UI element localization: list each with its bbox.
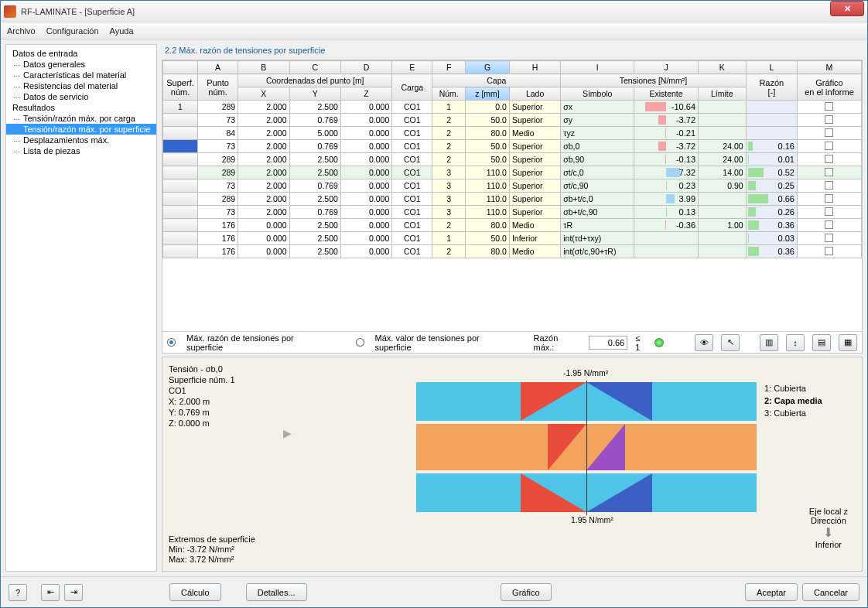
sidebar: Datos de entrada Datos generalesCaracter… [5,44,157,572]
status-led [654,338,664,347]
tree-results[interactable]: Resultados [6,102,156,113]
tri-purple-mid [586,424,625,470]
menu-file[interactable]: Archivo [7,26,36,36]
table-row[interactable]: 732.0000.7690.000CO13110.0Superiorσb+t/c… [163,206,862,219]
report-checkbox[interactable] [825,128,833,137]
next-icon[interactable]: ⇥ [64,584,83,601]
sort-icon[interactable]: ↕ [786,334,805,351]
col-carga: Carga [392,74,432,101]
results-grid[interactable]: ABCDEFGHIJKLM Superf. núm. Punto núm. Co… [162,60,863,354]
report-checkbox[interactable] [825,247,833,255]
table-row[interactable]: 2892.0002.5000.000CO13110.0Superiorσb+t/… [163,193,862,206]
table-row[interactable]: 732.0000.7690.000CO1250.0Superiorσy-3.72 [163,114,862,127]
help-icon[interactable]: ? [9,584,27,601]
table-row[interactable]: 12892.0002.5000.000CO110.0Superiorσx-10.… [163,101,862,114]
table-row[interactable]: 2892.0002.5000.000CO13110.0Superiorσt/c,… [163,166,862,179]
tree-entry-data[interactable]: Datos de entrada [6,48,156,59]
tree-item[interactable]: Tensión/razón máx. por carga [6,113,156,124]
col-superf: Superf. núm. [163,74,198,101]
titlebar: RF-LAMINATE - [Superficie A] ✕ [1,1,867,22]
report-checkbox[interactable] [825,234,833,242]
tree-item[interactable]: Datos generales [6,59,156,70]
window-title: RF-LAMINATE - [Superficie A] [21,7,864,16]
report-checkbox[interactable] [825,168,833,176]
tri-blue-bot [586,473,652,512]
col-tens: Tensiones [N/mm²] [561,74,746,87]
calc-button[interactable]: Cálculo [169,583,221,601]
table-row[interactable]: 842.0005.0000.000CO1280.0Medioτyz-0.21 [163,127,862,140]
menu-config[interactable]: Configuración [46,26,99,36]
close-button[interactable]: ✕ [830,1,864,16]
col-coord: Coordenadas del punto [m] [238,74,392,87]
tree-item[interactable]: Características del material [6,70,156,80]
radio-max-value[interactable] [356,338,364,347]
table-row[interactable]: 732.0000.7690.000CO13110.0Superiorσt/c,9… [163,179,862,193]
tri-red-bot [521,473,586,512]
report-checkbox[interactable] [825,194,833,203]
prev-icon[interactable]: ⇤ [41,584,60,601]
table-row[interactable]: 1760.0002.5000.000CO1280.0MedioτR-0.361.… [163,219,862,232]
tree-item[interactable]: Resistencias del material [6,80,156,91]
report-checkbox[interactable] [825,155,833,163]
excel-icon[interactable]: ▦ [839,334,857,351]
col-punto: Punto núm. [198,74,238,101]
graph-button[interactable]: Gráfico [501,583,551,601]
app-icon [4,5,16,18]
tri-red-mid [548,424,586,470]
table-row[interactable]: 2892.0002.5000.000CO1250.0Superiorσb,90-… [163,153,862,166]
view-icon[interactable]: 👁 [695,334,713,351]
tree-item[interactable]: Datos de servicio [6,91,156,102]
pick-icon[interactable]: ↖ [721,334,740,351]
tree-item[interactable]: Lista de piezas [6,145,156,156]
col-razon: Razón [-] [746,74,797,101]
ok-button[interactable]: Aceptar [745,583,798,601]
diagram-title: Tensión - σb,0 [169,364,285,374]
report-checkbox[interactable] [825,207,833,216]
report-checkbox[interactable] [825,181,833,190]
tree-item[interactable]: Desplazamientos máx. [6,135,156,145]
filter-icon[interactable]: ▥ [760,334,778,351]
report-checkbox[interactable] [825,220,833,229]
report-checkbox[interactable] [825,142,833,150]
play-icon[interactable]: ▶ [283,427,292,439]
table-row[interactable]: 1760.0002.5000.000CO1150.0Inferiorint(τd… [163,232,862,245]
col-capa: Capa [432,74,561,87]
col-grafico: Gráfico en el informe [797,74,861,101]
export-icon[interactable]: ▤ [812,334,831,351]
table-row[interactable]: 732.0000.7690.000CO1250.0Superiorσb,0-3.… [163,140,862,153]
main-header: 2.2 Máx. razón de tensiones por superfic… [162,44,863,60]
report-checkbox[interactable] [825,115,833,124]
details-button[interactable]: Detalles... [246,583,307,601]
report-checkbox[interactable] [825,102,833,111]
table-row[interactable]: 1760.0002.5000.000CO1280.0Medioint(σt/c,… [163,245,862,258]
cancel-button[interactable]: Cancelar [802,583,859,601]
tri-blue-top [586,382,652,421]
max-ratio-input[interactable] [589,336,627,350]
arrow-down-icon: ⬇ [809,525,848,540]
radio-max-ratio[interactable] [167,338,176,347]
menubar: Archivo Configuración Ayuda [1,22,867,39]
tree-item[interactable]: Tensión/razón máx. por superficie [6,124,156,135]
menu-help[interactable]: Ayuda [110,26,134,36]
tri-red-top [521,382,586,421]
diagram-panel: Tensión - σb,0 Superficie núm. 1 CO1 X: … [162,357,863,572]
